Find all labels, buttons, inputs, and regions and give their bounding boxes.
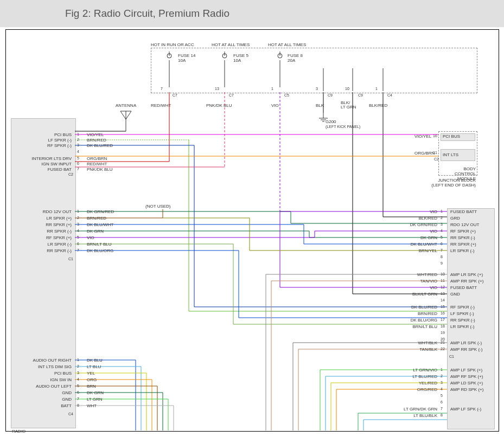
wire-color: VIO [388,229,437,234]
pin-number: 9 [441,261,443,265]
signal-label: AMP RR SPK (+) [450,279,483,284]
wire-color: DK GRN/RED [87,209,114,214]
wire-color: BLK/LT GRN [388,292,437,297]
pin-number: 5 [441,394,443,397]
pin-number: 5 [441,235,443,239]
signal-label: RDO 12V OUT [12,209,72,214]
signal-label: GND [12,390,72,395]
pin-number: 5 [77,384,79,388]
pin-number: 1 [77,209,79,213]
signal-label: AMP LR SPK (+) [450,272,483,277]
wire-color: DK BLU/WHT [388,242,437,247]
svg-line-3 [126,111,131,119]
wire-color: BRN [87,384,96,389]
wire-color: DK BLU/ORG [87,248,113,253]
wire-color: ORG/RED [388,387,437,392]
wire-color: LT GRN/VIO [388,368,437,372]
pin-number: 4 [77,377,79,381]
wire-color: BRN/LT BLU [87,242,112,247]
signal-label: RR SPKR (-) [450,235,475,240]
pin-number: 4 [441,229,443,233]
signal-label: LR SPKR (-) [450,248,474,253]
pin-number: 13 [441,292,445,295]
wire-color: LT GRN/DK GRN [388,407,437,412]
signal-label: IGN SW IN [12,377,72,382]
wire-color: ORG/BRN [87,156,107,161]
pin-number: 6 [77,242,79,246]
wire-color: BRN/RED [87,138,106,143]
wire-color: VIO/YEL [87,132,104,137]
wire-color: PNK/DK BLU [87,167,113,172]
wire-color: YEL/RED [388,381,437,385]
wire-color: LT BLU/BLK [388,413,437,418]
pin-number: 11 [441,279,445,282]
pin-number: 2 [77,216,79,220]
svg-line-33 [75,224,447,244]
wire-color: LT GRN [87,397,103,402]
pin-number: 22 [441,347,445,351]
connector-label: C2 [68,172,73,176]
signal-label: FUSED BATT [450,285,477,290]
pin-number: 15 [441,305,445,309]
pin-number: 10 [441,272,445,276]
pin-number: 7 [77,248,79,252]
signal-label: AMP LF SPK (+) [450,368,482,372]
wire-color: DK BLU/RED [87,143,113,148]
signal-label: RF SPKR (-) [12,143,72,148]
pin-number: 8 [441,255,443,259]
pin-number: 17 [441,318,445,322]
pin-number: 5 [77,156,79,160]
connector-label: C4 [68,412,73,416]
pin-number: 8 [441,413,443,417]
signal-label: AUDIO OUT LEFT [12,384,72,389]
pin-number: 3 [441,381,443,384]
signal-label: RR SPKR (+) [12,222,72,227]
pin-number: 4 [441,387,443,391]
signal-label: RF SPKR (-) [450,305,475,310]
pin-number: 19 [441,331,445,335]
pin-number: 4 [77,229,79,233]
signal-label: RF SPKR (+) [12,235,72,240]
signal-label: AMP RF SPK (+) [450,374,483,379]
pin-number: 3 [77,371,79,375]
wire-color: BRN/YEL [388,248,437,253]
signal-label: LF SPKR (-) [450,311,474,316]
wire-color: TAN/BLK [388,347,437,352]
wire-color: VIO [388,285,437,290]
wire-color: DK GRN [87,390,104,395]
signal-label: RR SPKR (-) [12,248,72,253]
wire-color: DK BLU/WHT [87,222,113,227]
pin-number: 5 [77,235,79,239]
signal-label: GRD [450,216,460,221]
wire-color: VIO [388,209,437,214]
signal-label: AMP LF SPK (-) [450,407,481,412]
signal-label: INTERIOR LTS DRV [12,156,72,161]
pin-number: 3 [441,222,443,226]
wire-color: ORG [87,377,97,382]
signal-label: AMP RD SPK (+) [450,387,483,392]
wire-color: DK GRN [87,229,104,234]
pin-number: 2 [77,138,79,142]
pin-number: 1 [77,358,79,362]
signal-label: AMP LD SPK (+) [450,381,483,385]
pin-number: 2 [441,216,443,220]
wire-color: WHT/RED [388,272,437,277]
pin-number: 7 [77,397,79,401]
pin-number: 8 [77,403,79,407]
pin-number: 7 [441,407,443,410]
wire-color: DK BLU/ORG [388,318,437,323]
pin-number: 4 [77,150,79,153]
pin-number: 6 [441,242,443,246]
connector-label: C1 [449,355,454,358]
signal-label: IGN SW INPUT [12,162,72,166]
signal-label: LR SPKR (+) [12,216,72,221]
wire-color: VIO [87,235,94,240]
pin-number: 6 [77,390,79,394]
signal-label: FUSED BAT [12,167,72,172]
wiring-diagram: JUNCTION BLOCK(LEFT END OF DASH) BODYCON… [0,27,504,434]
wire-color: WHT/BLK [388,340,437,345]
pin-number: 3 [77,143,79,147]
pin-number: 1 [441,209,443,213]
pin-number: 7 [77,167,79,171]
signal-label: RR SPKR (-) [450,318,475,323]
